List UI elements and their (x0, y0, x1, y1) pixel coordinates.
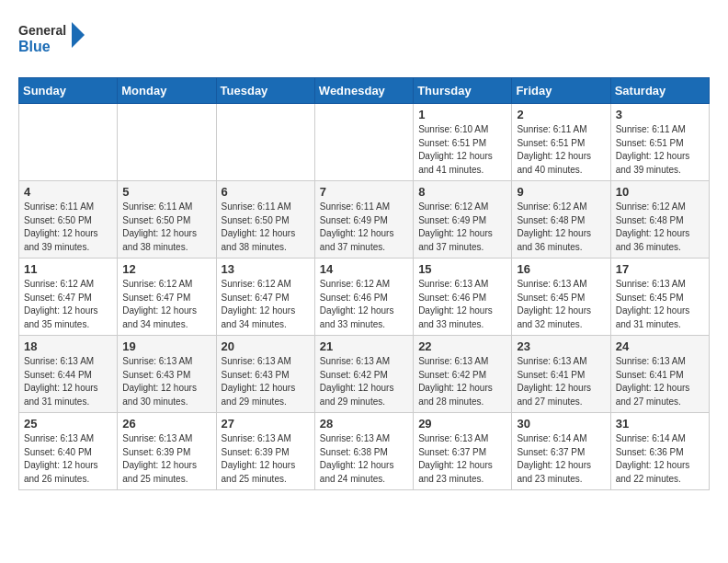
calendar-cell: 21Sunrise: 6:13 AM Sunset: 6:42 PM Dayli… (314, 336, 413, 413)
weekday-header: Monday (118, 78, 216, 104)
weekday-header: Wednesday (314, 78, 413, 104)
day-number: 9 (517, 185, 605, 199)
calendar-cell: 27Sunrise: 6:13 AM Sunset: 6:39 PM Dayli… (216, 413, 314, 490)
day-info: Sunrise: 6:10 AM Sunset: 6:51 PM Dayligh… (418, 123, 506, 177)
day-info: Sunrise: 6:12 AM Sunset: 6:46 PM Dayligh… (320, 278, 408, 331)
weekday-header: Sunday (19, 78, 118, 104)
calendar-cell (118, 104, 216, 181)
day-number: 14 (320, 262, 408, 276)
day-info: Sunrise: 6:13 AM Sunset: 6:39 PM Dayligh… (122, 432, 210, 486)
calendar-cell: 6Sunrise: 6:11 AM Sunset: 6:50 PM Daylig… (216, 181, 314, 259)
day-number: 2 (517, 108, 605, 121)
day-number: 17 (616, 262, 704, 276)
calendar-cell: 3Sunrise: 6:11 AM Sunset: 6:51 PM Daylig… (610, 104, 709, 181)
page-header: General Blue (18, 18, 710, 63)
day-info: Sunrise: 6:13 AM Sunset: 6:41 PM Dayligh… (517, 355, 605, 408)
calendar-table: SundayMondayTuesdayWednesdayThursdayFrid… (18, 77, 710, 490)
calendar-cell (216, 104, 314, 181)
calendar-cell: 25Sunrise: 6:13 AM Sunset: 6:40 PM Dayli… (19, 413, 118, 490)
day-number: 24 (616, 339, 704, 353)
day-number: 20 (222, 339, 310, 353)
day-info: Sunrise: 6:11 AM Sunset: 6:50 PM Dayligh… (122, 201, 210, 254)
day-number: 12 (122, 262, 210, 276)
day-info: Sunrise: 6:13 AM Sunset: 6:42 PM Dayligh… (320, 355, 408, 408)
day-number: 8 (418, 185, 506, 199)
calendar-cell: 4Sunrise: 6:11 AM Sunset: 6:50 PM Daylig… (19, 181, 118, 259)
day-number: 16 (517, 262, 605, 276)
calendar-cell: 16Sunrise: 6:13 AM Sunset: 6:45 PM Dayli… (512, 259, 610, 336)
day-info: Sunrise: 6:14 AM Sunset: 6:37 PM Dayligh… (517, 432, 605, 486)
calendar-cell: 2Sunrise: 6:11 AM Sunset: 6:51 PM Daylig… (512, 104, 610, 181)
calendar-cell: 11Sunrise: 6:12 AM Sunset: 6:47 PM Dayli… (19, 259, 118, 336)
calendar-cell: 20Sunrise: 6:13 AM Sunset: 6:43 PM Dayli… (216, 336, 314, 413)
calendar-week-row: 1Sunrise: 6:10 AM Sunset: 6:51 PM Daylig… (19, 104, 710, 181)
calendar-cell: 8Sunrise: 6:12 AM Sunset: 6:49 PM Daylig… (414, 181, 512, 259)
calendar-cell: 9Sunrise: 6:12 AM Sunset: 6:48 PM Daylig… (512, 181, 610, 259)
calendar-cell: 7Sunrise: 6:11 AM Sunset: 6:49 PM Daylig… (314, 181, 413, 259)
day-number: 28 (320, 417, 408, 431)
calendar-week-row: 25Sunrise: 6:13 AM Sunset: 6:40 PM Dayli… (19, 413, 710, 490)
day-number: 15 (418, 262, 506, 276)
day-info: Sunrise: 6:13 AM Sunset: 6:45 PM Dayligh… (517, 278, 605, 331)
day-number: 31 (616, 417, 704, 431)
day-number: 26 (122, 417, 210, 431)
calendar-cell: 13Sunrise: 6:12 AM Sunset: 6:47 PM Dayli… (216, 259, 314, 336)
day-number: 22 (418, 339, 506, 353)
day-number: 30 (517, 417, 605, 431)
day-info: Sunrise: 6:14 AM Sunset: 6:36 PM Dayligh… (616, 432, 704, 486)
day-info: Sunrise: 6:12 AM Sunset: 6:47 PM Dayligh… (24, 278, 112, 331)
day-info: Sunrise: 6:13 AM Sunset: 6:37 PM Dayligh… (418, 432, 506, 486)
calendar-cell: 10Sunrise: 6:12 AM Sunset: 6:48 PM Dayli… (610, 181, 709, 259)
day-info: Sunrise: 6:13 AM Sunset: 6:40 PM Dayligh… (24, 432, 112, 486)
calendar-cell: 28Sunrise: 6:13 AM Sunset: 6:38 PM Dayli… (314, 413, 413, 490)
logo: General Blue (18, 18, 92, 63)
day-number: 27 (222, 417, 310, 431)
day-info: Sunrise: 6:13 AM Sunset: 6:39 PM Dayligh… (222, 432, 310, 486)
weekday-header: Friday (512, 78, 610, 104)
day-number: 23 (517, 339, 605, 353)
calendar-cell: 17Sunrise: 6:13 AM Sunset: 6:45 PM Dayli… (610, 259, 709, 336)
day-number: 6 (222, 185, 310, 199)
day-number: 3 (616, 108, 704, 121)
day-number: 19 (122, 339, 210, 353)
day-number: 1 (418, 108, 506, 121)
day-number: 29 (418, 417, 506, 431)
svg-marker-2 (72, 22, 85, 48)
calendar-cell: 1Sunrise: 6:10 AM Sunset: 6:51 PM Daylig… (414, 104, 512, 181)
day-number: 11 (24, 262, 112, 276)
weekday-header: Saturday (610, 78, 709, 104)
day-info: Sunrise: 6:13 AM Sunset: 6:41 PM Dayligh… (616, 355, 704, 408)
calendar-week-row: 18Sunrise: 6:13 AM Sunset: 6:44 PM Dayli… (19, 336, 710, 413)
day-info: Sunrise: 6:11 AM Sunset: 6:49 PM Dayligh… (320, 201, 408, 254)
calendar-cell: 18Sunrise: 6:13 AM Sunset: 6:44 PM Dayli… (19, 336, 118, 413)
calendar-cell: 5Sunrise: 6:11 AM Sunset: 6:50 PM Daylig… (118, 181, 216, 259)
day-info: Sunrise: 6:11 AM Sunset: 6:50 PM Dayligh… (24, 201, 112, 254)
calendar-week-row: 4Sunrise: 6:11 AM Sunset: 6:50 PM Daylig… (19, 181, 710, 259)
calendar-cell: 30Sunrise: 6:14 AM Sunset: 6:37 PM Dayli… (512, 413, 610, 490)
calendar-cell: 14Sunrise: 6:12 AM Sunset: 6:46 PM Dayli… (314, 259, 413, 336)
calendar-cell: 26Sunrise: 6:13 AM Sunset: 6:39 PM Dayli… (118, 413, 216, 490)
day-number: 21 (320, 339, 408, 353)
logo-svg: General Blue (18, 18, 92, 63)
calendar-cell: 31Sunrise: 6:14 AM Sunset: 6:36 PM Dayli… (610, 413, 709, 490)
day-info: Sunrise: 6:13 AM Sunset: 6:42 PM Dayligh… (418, 355, 506, 408)
day-info: Sunrise: 6:12 AM Sunset: 6:48 PM Dayligh… (616, 201, 704, 254)
svg-text:General: General (18, 23, 66, 38)
calendar-cell: 19Sunrise: 6:13 AM Sunset: 6:43 PM Dayli… (118, 336, 216, 413)
day-number: 13 (222, 262, 310, 276)
weekday-header: Tuesday (216, 78, 314, 104)
calendar-cell: 23Sunrise: 6:13 AM Sunset: 6:41 PM Dayli… (512, 336, 610, 413)
calendar-header-row: SundayMondayTuesdayWednesdayThursdayFrid… (19, 78, 710, 104)
calendar-cell: 12Sunrise: 6:12 AM Sunset: 6:47 PM Dayli… (118, 259, 216, 336)
calendar-week-row: 11Sunrise: 6:12 AM Sunset: 6:47 PM Dayli… (19, 259, 710, 336)
day-info: Sunrise: 6:12 AM Sunset: 6:49 PM Dayligh… (418, 201, 506, 254)
day-info: Sunrise: 6:13 AM Sunset: 6:46 PM Dayligh… (418, 278, 506, 331)
calendar-cell: 29Sunrise: 6:13 AM Sunset: 6:37 PM Dayli… (414, 413, 512, 490)
calendar-cell: 24Sunrise: 6:13 AM Sunset: 6:41 PM Dayli… (610, 336, 709, 413)
day-info: Sunrise: 6:13 AM Sunset: 6:44 PM Dayligh… (24, 355, 112, 408)
day-number: 7 (320, 185, 408, 199)
calendar-cell (19, 104, 118, 181)
day-number: 25 (24, 417, 112, 431)
day-info: Sunrise: 6:11 AM Sunset: 6:51 PM Dayligh… (517, 123, 605, 177)
day-info: Sunrise: 6:13 AM Sunset: 6:38 PM Dayligh… (320, 432, 408, 486)
